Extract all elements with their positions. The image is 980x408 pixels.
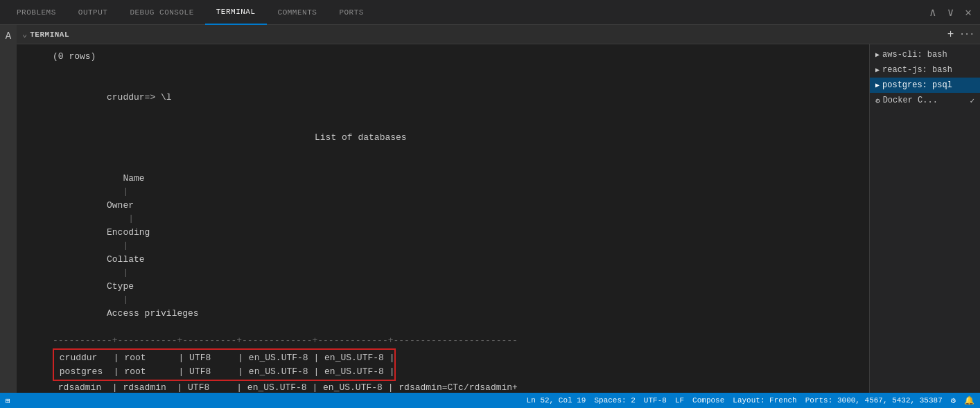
terminal-header-actions: + ··· (947, 28, 974, 41)
mode-indicator[interactable]: Compose (692, 396, 724, 405)
main-area: A ⌄ TERMINAL + ··· (0 rows) cruddur=> \l (0, 25, 980, 393)
tab-problems[interactable]: PROBLEMS (6, 0, 67, 25)
bell-icon[interactable]: 🔔 (964, 396, 974, 406)
command-line-1: cruddur=> \l (25, 77, 852, 118)
terminal-header-label: TERMINAL (30, 30, 69, 39)
plus-icon[interactable]: + (947, 28, 954, 41)
sidebar-item-label-3: postgres: psql (882, 80, 952, 90)
sidebar-item-postgres[interactable]: ▶ postgres: psql (870, 78, 980, 93)
command-prompt-1: cruddur=> \l (107, 92, 172, 103)
tab-bar: PROBLEMS OUTPUT DEBUG CONSOLE TERMINAL C… (0, 0, 980, 25)
sidebar-item-docker[interactable]: ⚙ Docker C... ✓ (870, 93, 980, 108)
blank-line-1 (25, 64, 852, 78)
encoding-indicator[interactable]: UTF-8 (644, 396, 667, 405)
col-sep4: | (107, 267, 150, 278)
eol-indicator[interactable]: LF (675, 396, 684, 405)
checkmark-icon: ✓ (970, 96, 974, 105)
caret-up-icon[interactable]: ∧ (927, 4, 939, 21)
terminal-container: ⌄ TERMINAL + ··· (0 rows) cruddur=> \l (17, 25, 980, 393)
sidebar-item-aws-cli[interactable]: ▶ aws-cli: bash (870, 47, 980, 62)
col-name-text: Name (123, 173, 144, 184)
icon-bar: A (0, 25, 17, 393)
table-header-line: Name | Owner | Encoding | Collate | Ctyp… (25, 158, 852, 334)
layout-indicator[interactable]: Layout: French (733, 396, 796, 405)
sidebar-item-react-js[interactable]: ▶ react-js: bash (870, 62, 980, 78)
row-rdsadmin: rdsadmin | rdsadmin | UTF8 | en_US.UTF-8… (25, 381, 852, 393)
wrench-gear-icon: ⚙ (875, 96, 880, 105)
tab-terminal[interactable]: TERMINAL (205, 0, 267, 25)
sidebar-item-label-1: aws-cli: bash (882, 50, 947, 60)
spaces-indicator[interactable]: Spaces: 2 (594, 396, 635, 405)
highlight-wrapper: cruddur | root | UTF8 | en_US.UTF-8 | en… (25, 348, 396, 381)
col-name (107, 173, 123, 184)
scrollbar[interactable] (861, 44, 869, 393)
sidebar-item-label-4: Docker C... (883, 96, 938, 105)
cursor-position[interactable]: Ln 52, Col 19 (527, 396, 586, 405)
col-sep2: | (107, 213, 150, 224)
arrow-right-icon-1: ▶ (875, 51, 880, 59)
tab-output[interactable]: OUTPUT (67, 0, 119, 25)
col-sep5: | (107, 294, 150, 305)
status-right: Ln 52, Col 19 Spaces: 2 UTF-8 LF Compose… (527, 396, 974, 406)
right-sidebar: ▶ aws-cli: bash ▶ react-js: bash ▶ postg… (869, 44, 980, 393)
tab-bar-actions: ∧ ∨ ✕ (927, 4, 974, 21)
col-access-text: Access privileges (107, 308, 199, 319)
tab-ports[interactable]: PORTS (328, 0, 375, 25)
separator-line: -----------+-----------+----------+-----… (25, 334, 852, 348)
row-postgres: postgres | root | UTF8 | en_US.UTF-8 | e… (54, 365, 394, 379)
sidebar-item-label-2: react-js: bash (882, 65, 952, 75)
remote-icon: ⊞ (6, 396, 10, 405)
col-encoding-text: Encoding (107, 227, 150, 238)
ellipsis-icon[interactable]: ··· (959, 30, 974, 39)
status-left: ⊞ (6, 396, 10, 405)
table-title: List of databases (315, 132, 407, 143)
row-cruddur: cruddur | root | UTF8 | en_US.UTF-8 | en… (54, 351, 394, 365)
caret-down-icon[interactable]: ∨ (945, 4, 957, 21)
status-bar: ⊞ Ln 52, Col 19 Spaces: 2 UTF-8 LF Compo… (0, 393, 980, 408)
col-ctype-text: Ctype (107, 281, 134, 292)
settings-icon[interactable]: ⚙ (951, 396, 956, 406)
highlight-box: cruddur | root | UTF8 | en_US.UTF-8 | en… (53, 348, 396, 381)
col-owner-text: Owner (107, 200, 134, 211)
table-title-line: List of databases (25, 118, 852, 159)
col-sep1: | (107, 186, 145, 197)
chevron-down-icon: ⌄ (22, 29, 27, 39)
terminal-area-wrap: (0 rows) cruddur=> \l List of databases … (17, 44, 980, 393)
terminal-panel-header: ⌄ TERMINAL + ··· (17, 25, 980, 44)
activity-icon: A (6, 30, 11, 42)
terminal-content[interactable]: (0 rows) cruddur=> \l List of databases … (17, 44, 861, 393)
zero-rows-line: (0 rows) (25, 50, 852, 64)
arrow-right-icon-2: ▶ (875, 66, 880, 74)
col-sep3: | (107, 240, 150, 251)
tab-comments[interactable]: COMMENTS (267, 0, 329, 25)
arrow-right-icon-3: ▶ (875, 81, 880, 89)
tab-debug-console[interactable]: DEBUG CONSOLE (119, 0, 204, 25)
close-icon[interactable]: ✕ (962, 4, 974, 21)
ports-indicator[interactable]: Ports: 3000, 4567, 5432, 35387 (805, 396, 943, 405)
col-collate-text: Collate (107, 254, 145, 265)
